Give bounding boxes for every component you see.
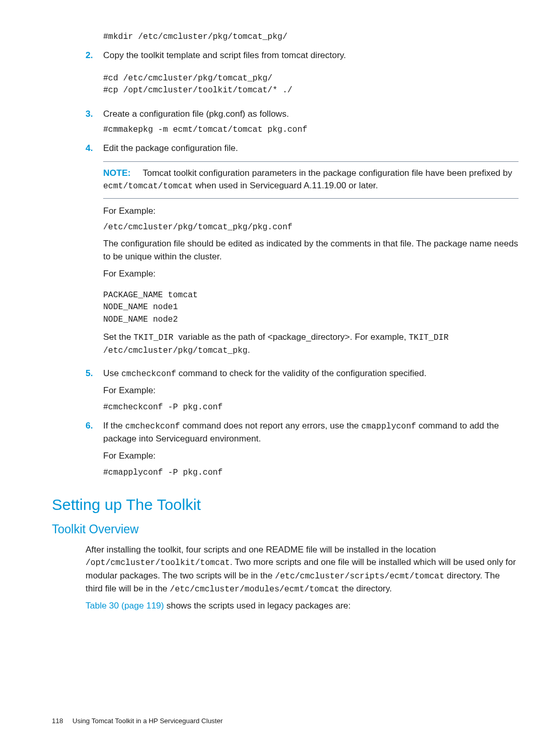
step-1-continuation: #mkdir /etc/cmcluster/pkg/tomcat_pkg/ <box>103 31 519 43</box>
code-block: #cmcheckconf -P pkg.conf <box>103 402 519 413</box>
code-block: #cd /etc/cmcluster/pkg/tomcat_pkg/ #cp /… <box>103 73 519 96</box>
note-box: NOTE: Tomcat toolkit configuration param… <box>103 161 519 199</box>
footer-title: Using Tomcat Toolkit in a HP Serviceguar… <box>73 717 223 725</box>
section-heading: Setting up The Toolkit <box>52 493 519 516</box>
step-text: Use cmcheckconf command to check for the… <box>103 368 426 378</box>
page-footer: 118 Using Tomcat Toolkit in a HP Service… <box>52 716 519 726</box>
page-number: 118 <box>52 717 63 725</box>
note-text: when used in Serviceguard A.11.19.00 or … <box>193 181 378 190</box>
list-number: 6. <box>86 420 103 479</box>
overview-paragraph: Table 30 (page 119) shows the scripts us… <box>86 600 519 613</box>
step-2: 2. Copy the toolkit template and script … <box>86 49 519 102</box>
code-block: #cmapplyconf -P pkg.conf <box>103 467 519 479</box>
step-5: 5. Use cmcheckconf command to check for … <box>86 367 519 413</box>
paragraph: The configuration file should be edited … <box>103 238 519 263</box>
step-3: 3. Create a configuration file (pkg.conf… <box>86 108 519 136</box>
list-number: 2. <box>86 49 103 102</box>
for-example-label: For Example: <box>103 268 519 281</box>
code-block: #cmmakepkg -m ecmt/tomcat/tomcat pkg.con… <box>103 124 519 136</box>
step-4: 4. Edit the package configuration file. … <box>86 142 519 361</box>
code-path: /etc/cmcluster/pkg/tomcat_pkg/pkg.conf <box>103 222 519 233</box>
step-6: 6. If the cmcheckconf command does not r… <box>86 420 519 479</box>
for-example-label: For Example: <box>103 384 519 397</box>
table-link[interactable]: Table 30 (page 119) <box>86 601 164 611</box>
list-body: Edit the package configuration file. NOT… <box>103 142 519 361</box>
code-block: #mkdir /etc/cmcluster/pkg/tomcat_pkg/ <box>103 31 519 43</box>
overview-paragraph: After installing the toolkit, four scrip… <box>86 544 519 596</box>
for-example-label: For Example: <box>103 450 519 463</box>
step-text: Copy the toolkit template and script fil… <box>103 50 346 60</box>
list-number: 5. <box>86 367 103 413</box>
code-block: PACKAGE_NAME tomcat NODE_NAME node1 NODE… <box>103 289 519 326</box>
note-label: NOTE: <box>103 168 131 178</box>
list-body: Copy the toolkit template and script fil… <box>103 49 519 102</box>
main-content: #mkdir /etc/cmcluster/pkg/tomcat_pkg/ 2.… <box>86 31 519 613</box>
note-code: ecmt/tomcat/tomcat <box>103 182 193 191</box>
list-number: 4. <box>86 142 103 361</box>
subsection-heading: Toolkit Overview <box>52 521 519 538</box>
step-text: Create a configuration file (pkg.conf) a… <box>103 109 289 119</box>
list-body: Create a configuration file (pkg.conf) a… <box>103 108 519 136</box>
list-body: Use cmcheckconf command to check for the… <box>103 367 519 413</box>
for-example-label: For Example: <box>103 205 519 218</box>
step-text: If the cmcheckconf command does not repo… <box>103 421 499 444</box>
paragraph: Set the TKIT_DIR variable as the path of… <box>103 331 519 357</box>
list-number: 3. <box>86 108 103 136</box>
list-body: If the cmcheckconf command does not repo… <box>103 420 519 479</box>
step-text: Edit the package configuration file. <box>103 143 238 153</box>
note-text: Tomcat toolkit configuration parameters … <box>143 168 512 178</box>
